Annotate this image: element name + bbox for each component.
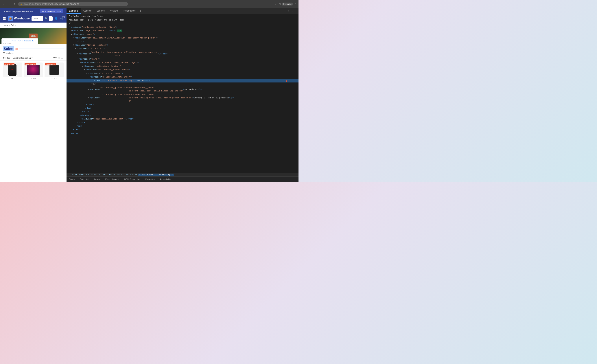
html-line: ▶ <div class="collection__image-wrapper … [67,51,298,57]
bc-item[interactable]: ... [68,174,71,176]
chevron-down-icon: ▾ [31,57,33,59]
html-line-selected[interactable]: ↓ <h1 class="collection_title heading h1… [67,79,298,83]
save-badge: Save $40.00 [45,63,56,65]
html-line: </div> [67,125,298,128]
html-line: </div> [67,128,298,132]
html-line: ▶ <p class="collection__products-count c… [67,86,298,93]
tab-computed[interactable]: Computed [77,177,92,182]
list-view-button[interactable]: ☰ [61,56,63,59]
main-layout: Free shipping on orders over $80 ✉ Subsc… [0,8,298,182]
search-bar[interactable]: Search... 🔍 [31,16,53,21]
menu-button[interactable]: ☰ [3,16,6,21]
announcement-bar: Free shipping on orders over $80 ✉ Subsc… [0,8,67,15]
html-line: </div> [67,106,298,110]
title-underline [19,48,63,49]
html-line: }" [67,22,298,25]
logo-icon: 📦 [8,16,13,21]
bc-item-selected[interactable]: h1.collection__title.heading.h1 [138,174,174,176]
search-button[interactable]: 🔍 [43,16,49,21]
star-button[interactable]: ☆ [275,3,277,6]
html-line: ▼ <div class="collection__header-inner" … [67,68,298,72]
split-view-button[interactable]: ⊟ [279,3,281,6]
devtools-tabs: Elements Console Sources Network Perform… [67,8,298,14]
devtools-bottom-tabs: Styles Computed Layout Event Listeners D… [67,176,298,182]
product-image-wrap[interactable]: Save $40.00 [45,63,63,77]
html-line: </div> [67,121,298,125]
product-count: 50 products [0,52,67,55]
filter-icon: ⚙ [3,57,5,59]
html-line: "gridClasses": "1\/3--tablet-and-up 1\/4… [67,18,298,22]
product-brand: JBL [3,78,22,80]
devtools-menu-icon[interactable]: ⋮ [290,10,294,12]
url-base: warehouse-theme-metal.myshopify.com/coll… [24,3,79,5]
tab-properties[interactable]: Properties [143,177,157,182]
tabs-more-button[interactable]: » [138,9,142,12]
html-line: ▼ <div class="collection__meta" > [67,72,298,76]
sort-button[interactable]: Sort by: Best selling ▾ [13,57,32,59]
tab-console[interactable]: Console [81,8,94,14]
browser-chrome: ← → ↻ 🔒 warehouse-theme-metal.myshopify.… [0,0,298,8]
incognito-badge: Incognito [282,3,293,6]
search-placeholder: Search... [33,17,42,20]
tab-layout[interactable]: Layout [92,177,103,182]
devtools-settings-icon[interactable]: ⚙ [286,10,290,12]
html-line: ▼ <div class="collection" > [67,47,298,51]
product-card: Save $800.00 SONY [24,63,43,80]
address-bar[interactable]: 🔒 warehouse-theme-metal.myshopify.com/co… [18,2,128,6]
html-line: ▼ <div class="collection__meta-inner" > [67,75,298,79]
product-card: Save $25.00 JBL JBL [3,63,22,80]
breadcrumb-home[interactable]: Home [3,24,8,26]
collection-title-area: Sales ⇦ [0,45,67,52]
html-line: ▼ <div class="container container--flush… [67,25,298,29]
tooltip-element-name: h1.collection__title.heading.h1 [3,40,36,42]
tab-accessibility[interactable]: Accessibility [157,177,173,182]
devtools-breadcrumb-bar: ... eader-inner div.collection__meta div… [67,173,298,176]
filter-button[interactable]: ⚙ Filter [3,57,10,59]
account-icon[interactable]: 👤 [55,17,58,20]
breadcrumb-separator: > [9,24,10,26]
tab-styles[interactable]: Styles [67,177,77,182]
html-line: ▼ <header class="card__header card__head… [67,61,298,65]
element-tooltip: h1.collection__title.heading.h1 634 × 41… [1,38,38,44]
breadcrumb: Home > Sales [0,23,67,28]
product-image-wrap[interactable]: Save $25.00 JBL [3,63,22,77]
html-line: </header> [67,114,298,118]
product-brand: SONY [45,78,63,80]
bc-item[interactable]: ... [175,174,178,176]
back-button[interactable]: ← [2,2,6,6]
tab-sources[interactable]: Sources [94,8,107,14]
view-buttons: View ⊞ ☰ [52,56,63,59]
devtools-close-button[interactable]: ✕ [294,10,298,12]
cart-badge[interactable]: 🛒 0 [60,17,63,20]
tab-event-listeners[interactable]: Event Listeners [103,177,122,182]
hero-brand-logo: JBL [29,33,37,38]
products-grid: Save $25.00 JBL JBL Save $800.00 SONY Sa… [0,61,67,82]
html-line: ▶ <div class="layout__section layout__se… [67,36,298,40]
forward-button[interactable]: → [7,2,11,6]
bc-item[interactable]: div.collection__meta [86,174,108,176]
bc-item[interactable]: div.collection__meta-inner [109,174,137,176]
title-row: Sales ⇦ [3,46,63,51]
breadcrumb-current: Sales [11,24,16,26]
grid-view-button[interactable]: ⊞ [58,56,60,59]
logo-text: Warehouse [14,17,30,20]
lock-icon: 🔒 [20,3,23,5]
more-button[interactable]: ⋮ [294,3,297,6]
html-line: ▶ <div class="collection__dynamic-part" … [67,117,298,121]
logo-area: 📦 Warehouse [8,16,30,21]
subscribe-save-button[interactable]: ✉ Subscribe & Save [40,9,63,13]
tab-dom-breakpoints[interactable]: DOM Breakpoints [122,177,143,182]
tab-elements[interactable]: Elements [67,8,81,14]
devtools-html-panel[interactable]: "defaultProductsPerPage": 24, "gridClass… [67,14,298,173]
bc-item[interactable]: eader-inner [72,174,85,176]
header-icons: 👤 🛒 0 [55,17,63,20]
collection-title: Sales [4,47,13,51]
product-image-wrap[interactable]: Save $800.00 [24,63,43,77]
product-image-jbl: JBL [8,64,16,76]
tab-network[interactable]: Network [107,8,120,14]
site-header: ☰ 📦 Warehouse Search... 🔍 👤 🛒 0 [0,15,67,23]
reload-button[interactable]: ↻ [13,2,16,6]
html-line: </div> [67,103,298,107]
product-image-sony-tv [27,65,39,75]
tab-performance[interactable]: Performance [120,8,138,14]
